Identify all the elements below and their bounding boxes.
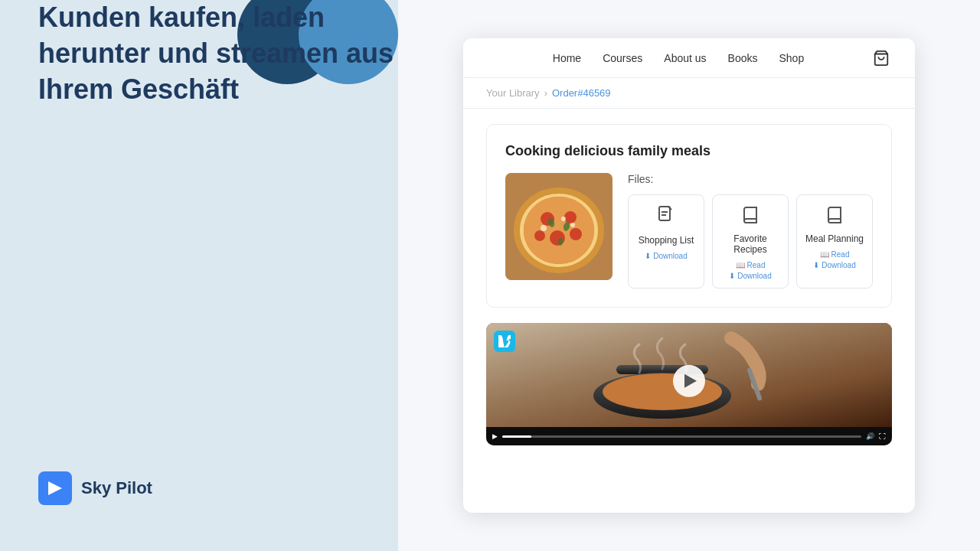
nav-shop[interactable]: Shop	[779, 52, 804, 64]
progress-bar[interactable]	[502, 435, 861, 438]
document-icon	[658, 206, 675, 230]
svg-point-16	[570, 223, 575, 227]
svg-point-17	[561, 217, 566, 221]
breadcrumb-order[interactable]: Order#46569	[552, 87, 611, 99]
content-area: Cooking delicious family meals	[463, 109, 915, 513]
pizza-svg	[505, 173, 612, 280]
breadcrumb-separator: ›	[544, 87, 547, 99]
logo-svg	[45, 478, 65, 498]
logo-text: Sky Pilot	[81, 478, 152, 498]
nav-links: Home Courses About us Books Shop	[486, 52, 871, 64]
read-btn-recipes[interactable]: 📖 Read	[720, 261, 780, 269]
download-btn-shopping[interactable]: ⬇ Download	[636, 252, 696, 260]
product-title: Cooking delicious family meals	[505, 143, 873, 159]
left-content: Kunden kaufen, laden herunter und stream…	[38, 0, 398, 107]
svg-point-6	[524, 197, 594, 264]
cart-icon[interactable]	[871, 47, 892, 69]
svg-marker-0	[48, 481, 62, 495]
svg-point-15	[541, 225, 547, 231]
download-btn-meal[interactable]: ⬇ Download	[805, 261, 864, 269]
vimeo-badge	[494, 331, 515, 352]
file-name-meal: Meal Planning	[805, 233, 864, 244]
read-btn-meal[interactable]: 📖 Read	[805, 250, 864, 259]
left-panel: Kunden kaufen, laden herunter und stream…	[0, 0, 398, 551]
product-section: Cooking delicious family meals	[486, 124, 892, 308]
volume-icon[interactable]: 🔊	[866, 432, 874, 440]
download-btn-recipes[interactable]: ⬇ Download	[720, 272, 780, 280]
svg-point-14	[558, 238, 563, 246]
browser-window: Home Courses About us Books Shop Your Li…	[463, 38, 915, 513]
svg-point-11	[570, 228, 582, 240]
files-grid: Shopping List ⬇ Download	[628, 194, 873, 289]
file-actions-shopping: ⬇ Download	[636, 252, 696, 260]
play-button[interactable]	[673, 365, 705, 397]
svg-rect-18	[659, 207, 670, 220]
breadcrumb: Your Library › Order#46569	[463, 78, 915, 109]
file-card-favorite-recipes: Favorite Recipes 📖 Read ⬇ Download	[712, 194, 789, 289]
file-card-meal-planning: Meal Planning 📖 Read ⬇ Download	[796, 194, 873, 289]
book-icon-recipes	[741, 206, 760, 229]
svg-point-9	[550, 230, 565, 246]
file-actions-meal: 📖 Read ⬇ Download	[805, 250, 864, 269]
svg-point-10	[534, 230, 545, 241]
product-body: Files:	[505, 173, 873, 289]
product-image	[505, 173, 612, 280]
fullscreen-icon[interactable]: ⛶	[879, 432, 886, 440]
logo-icon	[38, 471, 72, 505]
download-icon-recipes: ⬇	[729, 272, 735, 280]
download-icon-meal: ⬇	[813, 261, 819, 269]
file-card-shopping-list: Shopping List ⬇ Download	[628, 194, 704, 289]
video-section: ▶ 🔊 ⛶	[486, 323, 892, 445]
download-icon-shopping: ⬇	[645, 252, 651, 260]
read-icon-recipes: 📖	[736, 261, 745, 269]
play-icon	[684, 374, 697, 388]
nav-courses[interactable]: Courses	[603, 52, 642, 64]
nav-about[interactable]: About us	[664, 52, 706, 64]
read-icon-meal: 📖	[820, 250, 829, 259]
headline: Kunden kaufen, laden herunter und stream…	[38, 0, 398, 107]
play-control-icon[interactable]: ▶	[492, 432, 498, 440]
book-icon-meal	[825, 206, 844, 229]
file-name-recipes: Favorite Recipes	[720, 233, 780, 255]
files-label: Files:	[628, 173, 873, 185]
files-area: Files:	[628, 173, 873, 289]
nav-home[interactable]: Home	[553, 52, 581, 64]
svg-point-8	[564, 211, 577, 223]
logo-area: Sky Pilot	[38, 410, 398, 505]
video-controls: ▶ 🔊 ⛶	[486, 427, 892, 445]
nav-bar: Home Courses About us Books Shop	[463, 38, 915, 78]
file-name-shopping: Shopping List	[639, 235, 694, 246]
progress-fill	[502, 435, 531, 438]
nav-books[interactable]: Books	[728, 52, 758, 64]
file-actions-recipes: 📖 Read ⬇ Download	[720, 261, 780, 280]
breadcrumb-library[interactable]: Your Library	[486, 87, 540, 99]
right-panel: Home Courses About us Books Shop Your Li…	[398, 0, 980, 551]
